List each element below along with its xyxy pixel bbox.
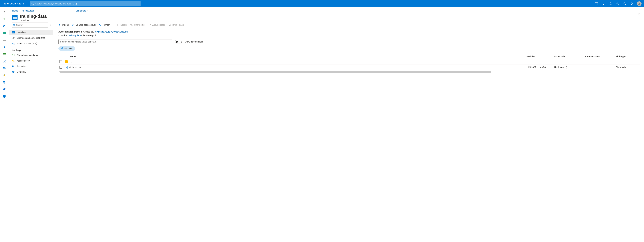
notifications-icon[interactable] bbox=[607, 0, 614, 7]
svg-point-4 bbox=[617, 3, 618, 4]
brand[interactable]: Microsoft Azure bbox=[2, 2, 27, 5]
svg-point-0 bbox=[32, 3, 33, 4]
global-search-input[interactable] bbox=[35, 2, 139, 5]
svg-line-1 bbox=[33, 4, 34, 5]
cloud-shell-icon[interactable] bbox=[593, 0, 600, 7]
top-icons bbox=[593, 0, 636, 7]
search-icon bbox=[31, 2, 34, 5]
topbar: Microsoft Azure bbox=[0, 0, 644, 7]
avatar[interactable] bbox=[637, 1, 642, 6]
settings-icon[interactable] bbox=[614, 0, 621, 7]
global-search-wrap bbox=[30, 1, 140, 6]
svg-point-7 bbox=[638, 2, 640, 4]
feedback-icon[interactable] bbox=[628, 0, 636, 7]
help-icon[interactable] bbox=[621, 0, 628, 7]
global-search[interactable] bbox=[30, 1, 140, 6]
filter-icon[interactable] bbox=[600, 0, 607, 7]
user-icon bbox=[638, 2, 641, 5]
svg-rect-2 bbox=[595, 2, 598, 5]
svg-point-6 bbox=[624, 4, 625, 4]
